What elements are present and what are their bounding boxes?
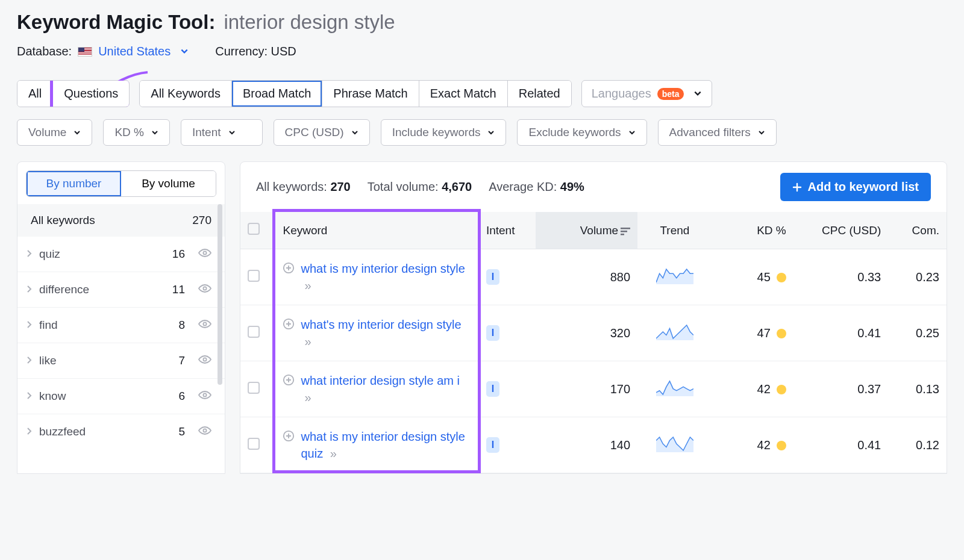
difficulty-dot-icon <box>777 329 786 338</box>
difficulty-dot-icon <box>777 441 786 450</box>
eye-icon[interactable] <box>198 319 211 332</box>
filter-kd[interactable]: KD % <box>103 119 170 146</box>
chevron-right-icon <box>26 247 32 261</box>
expand-icon[interactable] <box>283 373 295 390</box>
languages-dropdown[interactable]: Languages beta <box>581 80 713 107</box>
sidebar-header-count: 270 <box>192 214 211 227</box>
sidebar-item[interactable]: find8 <box>17 307 225 343</box>
tab-all-keywords[interactable]: All Keywords <box>140 81 232 107</box>
chevron-down-icon <box>693 87 702 101</box>
eye-icon[interactable] <box>198 425 211 438</box>
trend-sparkline <box>656 379 693 396</box>
table-row: what is my interior design style »I88045… <box>240 249 947 305</box>
filter-intent[interactable]: Intent <box>181 119 263 146</box>
keyword-link[interactable]: what is my interior design style <box>301 262 465 275</box>
sidebar-sort-toggle: By number By volume <box>26 170 216 197</box>
row-checkbox[interactable] <box>248 382 260 394</box>
eye-icon[interactable] <box>198 390 211 403</box>
col-trend[interactable]: Trend <box>637 212 712 249</box>
eye-icon[interactable] <box>198 354 211 367</box>
intent-badge: I <box>486 325 499 341</box>
chevron-down-icon <box>180 45 189 58</box>
filter-cpc[interactable]: CPC (USD) <box>274 119 370 146</box>
com-cell: 0.12 <box>888 417 947 473</box>
tab-questions[interactable]: Questions <box>53 81 129 107</box>
filter-exclude[interactable]: Exclude keywords <box>517 119 646 146</box>
sidebar-header[interactable]: All keywords 270 <box>17 204 225 237</box>
trend-sparkline <box>656 267 693 284</box>
chevron-right-icon <box>26 390 32 403</box>
open-icon[interactable]: » <box>304 279 311 292</box>
database-selector[interactable]: Database: United States <box>17 45 189 58</box>
scrollbar[interactable] <box>218 204 224 473</box>
kd-cell: 42 <box>712 417 793 473</box>
tab-all[interactable]: All <box>17 81 53 107</box>
expand-icon[interactable] <box>283 429 295 446</box>
open-icon[interactable]: » <box>304 335 311 348</box>
results-panel: All keywords: 270 Total volume: 4,670 Av… <box>240 161 947 474</box>
table-row: what's my interior design style »I320470… <box>240 305 947 361</box>
cpc-cell: 0.33 <box>793 249 888 305</box>
svg-point-0 <box>203 251 206 254</box>
row-checkbox[interactable] <box>248 326 260 338</box>
keyword-link[interactable]: what is my interior design style quiz <box>301 430 465 460</box>
filter-include[interactable]: Include keywords <box>381 119 507 146</box>
add-to-keyword-list-button[interactable]: Add to keyword list <box>780 173 931 201</box>
trend-sparkline <box>656 323 693 340</box>
col-com[interactable]: Com. <box>888 212 947 249</box>
filter-volume[interactable]: Volume <box>17 119 92 146</box>
currency-display: Currency: USD <box>215 45 296 58</box>
intent-badge: I <box>486 381 499 397</box>
svg-rect-8 <box>621 234 624 235</box>
sidebar-item-count: 8 <box>178 319 185 332</box>
row-checkbox[interactable] <box>248 270 260 282</box>
currency-label: Currency: <box>215 45 268 58</box>
col-volume[interactable]: Volume <box>536 212 637 249</box>
keyword-link[interactable]: what interior design style am i <box>301 374 459 387</box>
eye-icon[interactable] <box>198 283 211 296</box>
select-all-checkbox[interactable] <box>248 223 260 235</box>
tab-broad-match[interactable]: Broad Match <box>232 81 322 107</box>
col-intent[interactable]: Intent <box>479 212 536 249</box>
keyword-link[interactable]: what's my interior design style <box>301 318 461 331</box>
sidebar-header-label: All keywords <box>31 214 95 227</box>
tool-name: Keyword Magic Tool: <box>17 11 215 34</box>
query-text: interior design style <box>224 11 395 34</box>
chevron-right-icon <box>26 354 32 367</box>
tab-phrase-match[interactable]: Phrase Match <box>322 81 419 107</box>
sidebar-item-count: 7 <box>178 354 185 367</box>
toggle-by-number[interactable]: By number <box>27 171 121 196</box>
com-cell: 0.23 <box>888 249 947 305</box>
tab-exact-match[interactable]: Exact Match <box>419 81 508 107</box>
com-cell: 0.25 <box>888 305 947 361</box>
open-icon[interactable]: » <box>330 447 337 460</box>
col-keyword[interactable]: Keyword <box>275 212 478 249</box>
sidebar-item[interactable]: like7 <box>17 343 225 378</box>
sidebar-item[interactable]: know6 <box>17 378 225 414</box>
expand-icon[interactable] <box>283 317 295 334</box>
sidebar-item[interactable]: buzzfeed5 <box>17 414 225 449</box>
expand-icon[interactable] <box>283 261 295 278</box>
volume-cell: 140 <box>536 417 637 473</box>
intent-badge: I <box>486 269 499 285</box>
sidebar-item[interactable]: quiz16 <box>17 237 225 272</box>
kd-cell: 45 <box>712 249 793 305</box>
tab-related[interactable]: Related <box>508 81 571 107</box>
scope-tabs: All Questions <box>17 80 130 107</box>
toggle-by-volume[interactable]: By volume <box>121 171 216 196</box>
col-cpc[interactable]: CPC (USD) <box>793 212 888 249</box>
flag-us-icon <box>78 47 92 57</box>
col-kd[interactable]: KD % <box>712 212 793 249</box>
chevron-right-icon <box>26 319 32 332</box>
open-icon[interactable]: » <box>304 391 311 404</box>
sidebar-item[interactable]: difference11 <box>17 272 225 307</box>
kd-cell: 47 <box>712 305 793 361</box>
volume-cell: 170 <box>536 361 637 417</box>
filter-advanced[interactable]: Advanced filters <box>658 119 777 146</box>
sidebar-item-label: buzzfeed <box>39 425 171 438</box>
row-checkbox[interactable] <box>248 438 260 450</box>
svg-rect-7 <box>621 231 627 232</box>
eye-icon[interactable] <box>198 247 211 261</box>
sidebar-item-count: 5 <box>178 425 185 438</box>
sidebar-item-count: 16 <box>172 247 185 261</box>
